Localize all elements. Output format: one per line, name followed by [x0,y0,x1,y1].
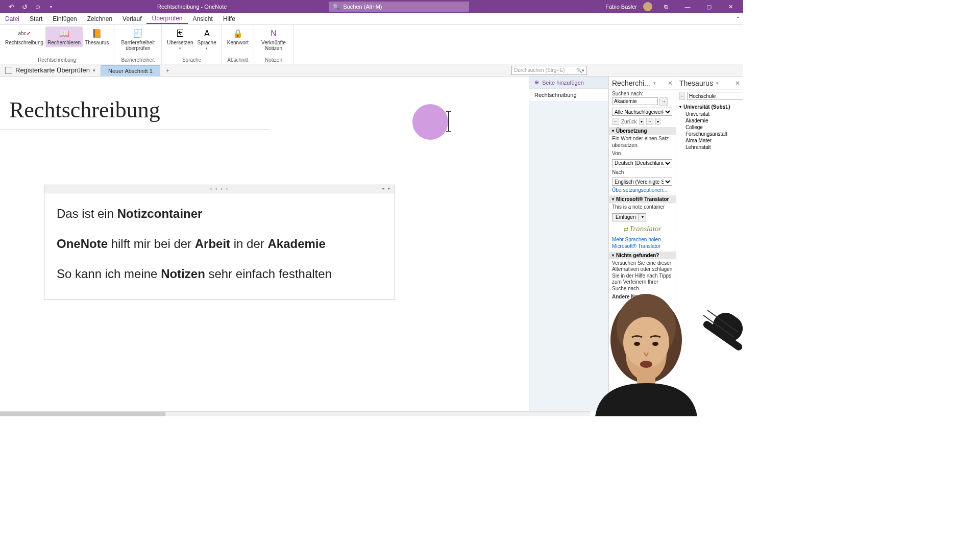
research-fwd-dd[interactable]: ▾ [655,118,660,125]
research-icon: 📖 [57,28,72,40]
thesaurus-item[interactable]: Alma Mater [679,137,740,144]
note-line-2[interactable]: OneNote hilft mir bei der Arbeit in der … [57,236,382,252]
minimize-icon[interactable]: — [680,4,695,10]
thesaurus-item[interactable]: College [679,124,740,131]
translator-result: This is a note container [609,203,676,212]
menu-start[interactable]: Start [24,13,47,24]
menu-draw[interactable]: Zeichnen [82,13,117,24]
research-go-button[interactable]: → [659,97,668,106]
thesaurus-search-input[interactable] [687,92,743,100]
text-cursor [448,111,449,132]
smiley-icon[interactable]: ☺ [34,3,42,11]
window-title: Rechtschreibung - OneNote [157,4,227,10]
ribbon-group-language: Sprache [162,56,221,64]
translate-to-select[interactable]: Englisch (Vereinigte Staaten) [612,178,672,186]
nav-right-icon[interactable]: ▸ [388,186,391,191]
thesaurus-item[interactable]: Forschungsanstalt [679,131,740,137]
horizontal-scrollbar[interactable] [0,411,590,416]
notebook-icon[interactable] [5,67,12,74]
ribbon-linked-notes-button[interactable]: N Verknüpfte Notizen [257,27,290,52]
undo-icon[interactable]: ↺ [20,3,29,11]
thesaurus-item[interactable]: Akademie [679,117,740,124]
thesaurus-item[interactable]: Universität [679,111,740,117]
nav-left-icon[interactable]: ◂ [382,186,385,191]
close-research-pane-icon[interactable]: ✕ [668,80,673,87]
page-title[interactable]: Rechtschreibung [9,97,160,123]
add-section-button[interactable]: ＋ [163,66,173,75]
ribbon-translate-button[interactable]: 🈂 Übersetzen ▾ [165,27,195,51]
abc-check-icon: abc✔ [17,28,32,40]
section-tab[interactable]: Neuer Abschnitt 1 [101,65,160,77]
purple-highlight-circle [412,104,448,140]
menu-history[interactable]: Verlauf [117,13,146,24]
search-box[interactable]: 🔍 Suchen (Alt+M) [329,2,469,12]
notebook-bar: Registerkarte Überprüfen ▾ Neuer Abschni… [0,64,743,77]
ribbon-group-notes: Notizen [254,56,293,64]
menu-review[interactable]: Überprüfen [146,13,187,24]
ribbon-thesaurus-button[interactable]: 📙 Thesaurus [83,27,111,47]
ribbon-group-section: Abschnitt [222,56,254,64]
page-list-item[interactable]: Rechtschreibung [529,89,608,102]
notebook-dropdown-icon[interactable]: ▾ [93,68,95,73]
menu-file[interactable]: Datei [0,13,24,24]
svg-point-3 [623,317,669,368]
avatar[interactable] [643,2,652,11]
add-page-button[interactable]: ⊕ Seite hinzufügen [529,77,608,89]
search-placeholder: Suchen (Alt+M) [343,4,382,10]
title-underline [0,130,271,130]
thesaurus-pane-title: Thesaurus [679,79,713,87]
thesaurus-category[interactable]: Universität (Subst.) [679,103,740,111]
menu-help[interactable]: Hilfe [218,13,240,24]
back-icon[interactable]: ↶ [7,3,15,11]
thesaurus-item[interactable]: Lehranstalt [679,144,740,151]
research-source-select[interactable]: Alle Nachschlagewerke [612,108,672,116]
note-body[interactable]: Das ist ein Notizcontainer OneNote hilft… [44,193,395,299]
translate-from-select[interactable]: Deutsch (Deutschland) [612,159,672,167]
research-section-translate[interactable]: Übersetzung [609,127,676,135]
language-icon: A̲ [199,28,214,40]
research-section-translator[interactable]: Microsoft® Translator [609,195,676,203]
ribbon-password-button[interactable]: 🔒 Kennwort [225,27,251,47]
thesaurus-back-icon[interactable]: ← [679,92,685,100]
ribbon-research-button[interactable]: 📖 Recherchieren [45,27,83,47]
menu-insert[interactable]: Einfügen [47,13,82,24]
svg-point-6 [652,342,658,346]
note-canvas[interactable]: Rechtschreibung • • • • ◂ ▸ Das ist ein … [0,77,529,411]
menubar: Datei Start Einfügen Zeichnen Verlauf Üb… [0,13,743,24]
translator-insert-dd[interactable]: ▾ [639,213,646,221]
svg-point-5 [634,342,640,346]
research-fwd-icon[interactable]: → [646,118,653,125]
menu-view[interactable]: Ansicht [188,13,218,24]
translator-insert-button[interactable]: Einfügen [612,213,639,221]
notebook-name[interactable]: Registerkarte Überprüfen [15,66,90,74]
thesaurus-pane-menu-icon[interactable]: ▾ [716,81,719,86]
collapse-ribbon-icon[interactable]: ⌃ [736,16,740,21]
close-icon[interactable]: ✕ [723,4,738,10]
note-line-1[interactable]: Das ist ein Notizcontainer [57,206,382,221]
ribbon-accessibility-button[interactable]: 🧾 Barrierefreiheit überprüfen [117,27,158,52]
translate-icon: 🈂 [173,28,188,40]
research-pane-title: Recherchi... [612,79,650,87]
ribbon-spelling-button[interactable]: abc✔ Rechtschreibung [3,27,45,47]
note-line-3[interactable]: So kann ich meine Notizen sehr einfach f… [57,266,382,282]
pane-menu-icon[interactable]: ▾ [653,81,656,86]
search-glass-icon: 🔍▾ [576,68,584,73]
search-icon: 🔍 [333,4,340,10]
note-container-handle[interactable]: • • • • ◂ ▸ [44,185,395,193]
maximize-icon[interactable]: ▢ [701,4,717,10]
ms-translator-link[interactable]: Microsoft® Translator [609,243,676,249]
more-languages-link[interactable]: Mehr Sprachen holen [609,236,676,243]
qat-dropdown-icon[interactable]: ▾ [47,3,55,11]
research-back-dd[interactable]: ▾ [639,118,644,125]
ribbon-language-button[interactable]: A̲ Sprache ▾ [195,27,218,51]
user-name[interactable]: Fabio Basler [605,4,637,10]
note-container[interactable]: • • • • ◂ ▸ Das ist ein Notizcontainer O… [44,185,395,300]
ribbon-display-icon[interactable]: ⧉ [658,4,674,10]
research-search-input[interactable] [612,97,658,105]
translate-options-link[interactable]: Übersetzungsoptionen... [609,187,676,193]
thesaurus-icon: 📙 [89,28,105,40]
page-search-input[interactable]: Durchsuchen (Strg+E) 🔍▾ [511,66,587,75]
research-section-notfound[interactable]: Nichts gefunden? [609,252,676,259]
research-back-icon[interactable]: ← [612,118,619,125]
close-thesaurus-pane-icon[interactable]: ✕ [735,80,740,87]
